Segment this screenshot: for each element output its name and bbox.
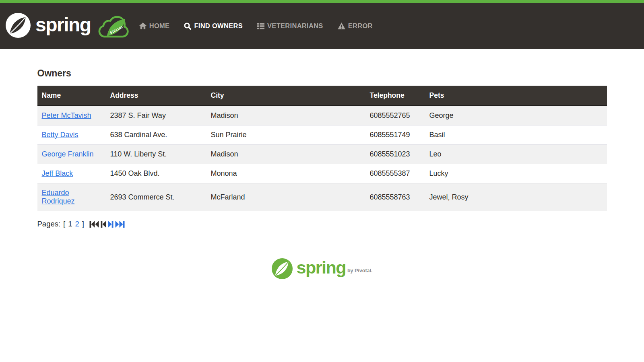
address-cell: 2387 S. Fair Way [106, 106, 206, 125]
telephone-cell: 6085558763 [365, 183, 425, 211]
nav-item-veterinarians[interactable]: VETERINARIANS [257, 22, 323, 30]
city-cell: Madison [206, 145, 365, 164]
pets-cell: Basil [425, 125, 607, 145]
column-header-city: City [206, 86, 365, 106]
pets-cell: Leo [425, 145, 607, 164]
telephone-cell: 6085555387 [365, 164, 425, 183]
pagination-current-page: 1 [68, 220, 72, 228]
step-forward-icon [108, 220, 114, 228]
pager-icons [89, 220, 125, 228]
warning-icon [338, 23, 345, 29]
pagination-label: Pages: [37, 220, 61, 228]
search-icon [184, 23, 191, 30]
fast-backward-icon [89, 220, 99, 228]
pets-cell: Jewel, Rosy [425, 183, 607, 211]
nav-item-error[interactable]: ERROR [338, 22, 373, 30]
table-header: Name Address City Telephone Pets [37, 86, 607, 106]
table-row: George Franklin 110 W. Liberty St. Madis… [37, 145, 607, 164]
nav-menu: HOME FIND OWNERS [139, 22, 373, 30]
owner-link[interactable]: Peter McTavish [42, 111, 91, 119]
pagination-page-2-link[interactable]: 2 [75, 220, 79, 228]
main-content: Owners Name Address City Telephone Pets … [37, 68, 607, 281]
spring-cloud-leaf-icon: 0101101 [93, 12, 133, 41]
pagination: Pages: [ 1 2 ] [37, 220, 607, 228]
brand-logo[interactable]: spring 0101101 [6, 12, 133, 41]
pets-cell: Lucky [425, 164, 607, 183]
first-page-button[interactable] [89, 220, 99, 228]
pets-cell: George [425, 106, 607, 125]
table-row: Eduardo Rodriquez 2693 Commerce St. McFa… [37, 183, 607, 211]
column-header-name: Name [37, 86, 106, 106]
top-accent-strip [0, 0, 644, 3]
owner-link[interactable]: George Franklin [42, 150, 94, 158]
city-cell: Madison [206, 106, 365, 125]
city-cell: McFarland [206, 183, 365, 211]
telephone-cell: 6085552765 [365, 106, 425, 125]
owner-link[interactable]: Jeff Black [42, 169, 73, 177]
address-cell: 2693 Commerce St. [106, 183, 206, 211]
telephone-cell: 6085551749 [365, 125, 425, 145]
address-cell: 110 W. Liberty St. [106, 145, 206, 164]
address-cell: 1450 Oak Blvd. [106, 164, 206, 183]
city-cell: Sun Prairie [206, 125, 365, 145]
column-header-address: Address [106, 86, 206, 106]
pagination-close-bracket: ] [82, 220, 84, 228]
column-header-pets: Pets [425, 86, 607, 106]
address-cell: 638 Cardinal Ave. [106, 125, 206, 145]
owners-table: Name Address City Telephone Pets Peter M… [37, 86, 607, 211]
list-icon [257, 23, 264, 29]
spring-leaf-circle-icon [6, 13, 31, 39]
nav-item-home[interactable]: HOME [139, 22, 170, 30]
footer: spring by Pivotal. [37, 258, 607, 281]
table-row: Peter McTavish 2387 S. Fair Way Madison … [37, 106, 607, 125]
brand-wordmark: spring [35, 14, 91, 36]
page: spring 0101101 HOME [0, 0, 644, 362]
footer-wordmark: spring [297, 258, 346, 278]
owner-link[interactable]: Eduardo Rodriquez [42, 189, 75, 205]
city-cell: Monona [206, 164, 365, 183]
telephone-cell: 6085551023 [365, 145, 425, 164]
table-row: Betty Davis 638 Cardinal Ave. Sun Prairi… [37, 125, 607, 145]
footer-byline: by Pivotal. [347, 268, 373, 274]
navbar: spring 0101101 HOME [0, 3, 644, 49]
spring-footer-leaf-icon [272, 258, 293, 281]
pagination-open-bracket: [ [63, 220, 65, 228]
next-page-button[interactable] [108, 220, 114, 228]
table-row: Jeff Black 1450 Oak Blvd. Monona 6085555… [37, 164, 607, 183]
nav-item-find-owners[interactable]: FIND OWNERS [184, 22, 243, 30]
column-header-telephone: Telephone [365, 86, 425, 106]
home-icon [139, 23, 147, 29]
step-backward-icon [101, 220, 106, 228]
page-title: Owners [37, 68, 607, 79]
previous-page-button[interactable] [101, 220, 106, 228]
fast-forward-icon [115, 220, 125, 228]
owner-link[interactable]: Betty Davis [42, 131, 78, 139]
last-page-button[interactable] [115, 220, 125, 228]
